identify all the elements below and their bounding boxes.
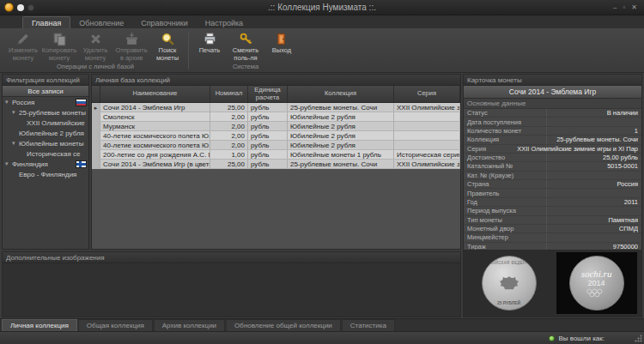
expander-icon[interactable] bbox=[12, 109, 19, 116]
change-user-button[interactable]: Сменить поль-ля bbox=[228, 29, 264, 63]
table-row[interactable]: 200-летие со дня рождения А.С. П 1,00 ру… bbox=[92, 150, 460, 160]
ribbon-group-separator bbox=[188, 32, 189, 69]
field-row: Период выпуска bbox=[464, 207, 641, 215]
print-button[interactable]: Печать bbox=[191, 29, 228, 63]
cell-name: 200-летие со дня рождения А.С. П bbox=[100, 150, 210, 160]
edit-coin-label2: монету bbox=[13, 55, 34, 63]
column-series[interactable]: Серия bbox=[394, 86, 460, 102]
edit-coin-button[interactable]: Изменить монету bbox=[5, 29, 41, 63]
tree-item-euro-finland[interactable]: Евро - Финляндия bbox=[3, 169, 88, 179]
cell-name: Сочи 2014 - Эмблема Игр (в цвете) bbox=[100, 160, 210, 169]
table-row[interactable]: Сочи 2014 - Эмблема Игр (в цвете) 25,00 … bbox=[92, 160, 460, 169]
tab-spravochniki[interactable]: Справочники bbox=[132, 17, 197, 28]
expander-icon[interactable] bbox=[12, 140, 19, 147]
tab-personal-collection[interactable]: Личная коллекция bbox=[2, 319, 77, 331]
tab-statistics[interactable]: Статистика bbox=[342, 319, 395, 331]
field-value: 1 bbox=[635, 127, 638, 135]
cell-unit: рубль bbox=[248, 160, 288, 169]
print-label: Печать bbox=[199, 47, 221, 55]
cell-name: Сочи 2014 - Эмблема Игр bbox=[100, 103, 210, 112]
table-row[interactable]: 40-летие космического полета Ю.А 2,00 ру… bbox=[92, 131, 460, 141]
bottom-tab-bar: Личная коллекция Общая коллекция Архив к… bbox=[0, 318, 644, 331]
field-label: Минцмейстер bbox=[467, 233, 508, 241]
title-bar[interactable]: .:: Коллекция Нумизмата ::. – ▫ ✕ bbox=[0, 0, 644, 15]
coin-name-header: Сочи 2014 - Эмблема Игр bbox=[464, 86, 641, 99]
tree-item-jubilee-coins[interactable]: Юбилейные монеты bbox=[3, 138, 88, 148]
olympic-rings-icon bbox=[586, 288, 608, 298]
tab-archive-collection[interactable]: Архив коллекции bbox=[154, 319, 225, 331]
cell-collection: 25-рублевые монеты. Сочи bbox=[288, 160, 394, 169]
cell-collection: Юбилейные 2 рубля bbox=[288, 122, 394, 131]
search-icon bbox=[159, 31, 176, 47]
copy-coin-label2: монету bbox=[49, 55, 70, 63]
cell-unit: рубль bbox=[248, 150, 288, 160]
tree-item-finland[interactable]: Финляндия bbox=[3, 159, 88, 169]
tree-item-historic-series[interactable]: Историческая се bbox=[3, 148, 88, 159]
tab-update-common-collection[interactable]: Обновление общей коллекции bbox=[226, 319, 341, 331]
delete-coin-button[interactable]: Удалить монету bbox=[77, 29, 113, 63]
tree-item-label: Финляндия bbox=[12, 160, 48, 168]
cell-series bbox=[394, 122, 460, 131]
archive-coin-button[interactable]: Отправить в архив bbox=[113, 29, 149, 63]
tree-item-25r-coins[interactable]: 25-рублевые монеты bbox=[3, 107, 88, 118]
ribbon: Изменить монету Копировать монету Удалит… bbox=[0, 28, 644, 73]
field-row: Тип монетыПамятная bbox=[464, 216, 641, 225]
tab-obnovlenie[interactable]: Обновление bbox=[70, 17, 132, 28]
field-row: СтранаРоссия bbox=[464, 180, 641, 189]
tab-glavnaya[interactable]: Главная bbox=[22, 16, 70, 28]
expander-icon[interactable] bbox=[5, 160, 12, 167]
cell-series: Историческая серия bbox=[394, 150, 460, 160]
tree-item-label: Евро - Финляндия bbox=[19, 171, 76, 178]
tree-item-label: Юбилейные 2 рубля bbox=[19, 130, 84, 137]
delete-x-icon bbox=[87, 31, 104, 47]
cell-nominal: 2,00 bbox=[210, 141, 248, 150]
field-label: Страна bbox=[467, 180, 489, 188]
row-marker bbox=[92, 131, 100, 141]
close-button[interactable]: ✕ bbox=[631, 3, 637, 11]
minimize-button[interactable]: – bbox=[613, 3, 617, 11]
table-row[interactable]: Смоленск 2,00 рубль Юбилейные 2 рубля bbox=[92, 112, 460, 122]
cell-collection: 25-рублевые монеты. Сочи bbox=[288, 103, 394, 112]
field-row: Монетный дворСПМД bbox=[464, 225, 641, 233]
cell-nominal: 25,00 bbox=[210, 160, 248, 169]
exit-button[interactable]: Выход bbox=[264, 29, 300, 63]
expander-icon[interactable] bbox=[5, 99, 12, 106]
column-name[interactable]: Наименование bbox=[100, 86, 210, 102]
tab-common-collection[interactable]: Общая коллекция bbox=[78, 319, 153, 331]
search-coin-button[interactable]: Поиск монеты bbox=[149, 29, 185, 63]
table-row[interactable]: Сочи 2014 - Эмблема Игр 25,00 рубль 25-р… bbox=[92, 103, 460, 112]
window-title: .:: Коллекция Нумизмата ::. bbox=[0, 3, 644, 12]
field-row: СерияXXII Олимпийские зимние игры и XI П… bbox=[464, 145, 641, 154]
resize-grip[interactable] bbox=[634, 334, 642, 342]
tree-item-xxii-olympic[interactable]: XXII Олимпийские bbox=[3, 118, 88, 128]
row-marker bbox=[92, 160, 100, 169]
obverse-coin: РОССИЙСКАЯ ФЕДЕРАЦИЯ 25 РУБЛЕЙ bbox=[482, 256, 537, 311]
field-row: Минцмейстер bbox=[464, 233, 641, 242]
field-row: СтатусВ наличии bbox=[464, 109, 641, 118]
table-row[interactable]: Мурманск 2,00 рубль Юбилейные 2 рубля bbox=[92, 122, 460, 131]
additional-images-empty-area bbox=[3, 263, 460, 317]
filter-panel-title: Фильтрация коллекций bbox=[3, 75, 88, 86]
field-value: XXII Олимпийские зимние игры и XI Пар bbox=[517, 145, 638, 153]
tree-item-jubilee-2rub[interactable]: Юбилейные 2 рубля bbox=[3, 128, 88, 138]
all-records-button[interactable]: Все записи bbox=[3, 86, 88, 97]
cell-nominal: 2,00 bbox=[210, 131, 248, 141]
titlebar-dot-light-icon bbox=[17, 4, 24, 11]
column-collection[interactable]: Коллекция bbox=[288, 86, 394, 102]
column-unit[interactable]: Единица расчета bbox=[248, 86, 288, 102]
copy-coin-button[interactable]: Копировать монету bbox=[41, 29, 77, 63]
field-label: Статус bbox=[467, 109, 488, 117]
coin-reverse-image[interactable]: sochi.ru 2014 bbox=[556, 252, 637, 314]
double-eagle-icon bbox=[495, 274, 524, 293]
coin-obverse-image[interactable]: РОССИЙСКАЯ ФЕДЕРАЦИЯ 25 РУБЛЕЙ bbox=[469, 252, 550, 314]
tree-item-russia[interactable]: Россия bbox=[3, 97, 88, 107]
table-row[interactable]: 40-летие космического полета Ю.А 2,00 ру… bbox=[92, 141, 460, 150]
cell-nominal: 2,00 bbox=[210, 122, 248, 131]
field-row: Коллекция25-рублевые монеты. Сочи bbox=[464, 136, 641, 144]
field-row: Достоинство25,00 рубль bbox=[464, 154, 641, 162]
maximize-button[interactable]: ▫ bbox=[623, 3, 625, 11]
obverse-legend-top: РОССИЙСКАЯ ФЕДЕРАЦИЯ bbox=[482, 261, 537, 265]
tree-item-label: Юбилейные монеты bbox=[19, 140, 84, 148]
column-nominal[interactable]: Номинал bbox=[210, 86, 248, 102]
tab-nastroyka[interactable]: Настройка bbox=[197, 17, 252, 28]
